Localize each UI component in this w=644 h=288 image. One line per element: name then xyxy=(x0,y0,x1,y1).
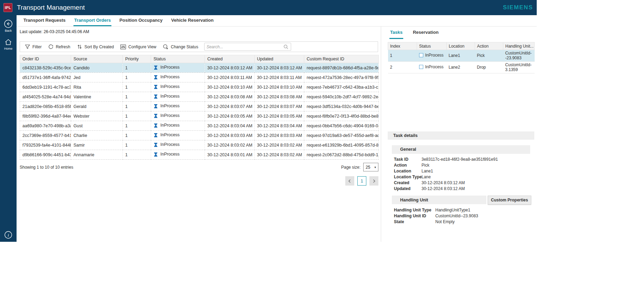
task-row[interactable]: 2 InProcess Lane2 Drop CustomUnitId-3.13… xyxy=(388,61,535,73)
col-location[interactable]: Location xyxy=(447,42,475,50)
cell-status: InProcess xyxy=(151,73,205,82)
search-input[interactable] xyxy=(207,44,283,49)
cell-source: Webster xyxy=(71,111,123,121)
page-size-value: 25 xyxy=(366,165,370,170)
cell-priority: 1 xyxy=(123,131,151,140)
cell-task-status: InProcess xyxy=(417,61,447,73)
change-status-button[interactable]: Change Status xyxy=(159,42,201,52)
cell-order-id: 21ad820e-085b-4518-85f8-f1... xyxy=(20,102,71,111)
change-status-icon xyxy=(162,44,169,50)
table-row[interactable]: 21ad820e-085b-4518-85f8-f1... Gerald 1 I… xyxy=(20,102,379,111)
orders-section: Last update: 26-03-2025 04:45:06 AM Filt… xyxy=(17,27,381,242)
col-task-status[interactable]: Status xyxy=(417,42,447,50)
status-checkbox[interactable] xyxy=(419,53,423,57)
cell-order-id: d9b86166-909c-4451-b432-ff... xyxy=(20,150,71,160)
app-header: IPL Transport Management SIEMENS xyxy=(0,0,537,15)
prev-page-button[interactable] xyxy=(345,176,354,186)
filter-label: Filter xyxy=(32,44,42,49)
col-status[interactable]: Status xyxy=(151,55,205,63)
col-index[interactable]: Index xyxy=(388,42,417,50)
cell-status: InProcess xyxy=(151,131,205,140)
filter-button[interactable]: Filter xyxy=(21,42,45,52)
detail-row-updated: Updated 30-12-2024 8:03:12 AM xyxy=(394,186,537,192)
cell-source: Charlie xyxy=(71,131,123,140)
table-row[interactable]: 6dd3eb19-1191-4c78-ac3c-97... Rita 1 InP… xyxy=(20,82,379,92)
tab-tasks[interactable]: Tasks xyxy=(389,27,403,39)
main-tabbar: Transport Requests Transport Orders Posi… xyxy=(17,15,537,27)
tab-reservation[interactable]: Reservation xyxy=(412,27,439,39)
cell-source: Rita xyxy=(71,82,123,92)
tasks-table: Index Status Location Action Handling Un… xyxy=(388,42,535,73)
status-checkbox[interactable] xyxy=(419,65,423,69)
cell-created: 30-12-2024 8:03:03 AM xyxy=(205,131,255,140)
home-button[interactable]: Home xyxy=(4,38,12,50)
page-1-button[interactable]: 1 xyxy=(357,176,366,186)
cell-request-id: request-8897db1b-686d-4f5a-a28e-9daf79b.… xyxy=(304,63,379,73)
table-row[interactable]: f8b59f82-396d-4a87-94ee-c8... Webster 1 … xyxy=(20,111,379,121)
pagination: 1 xyxy=(20,176,378,186)
ipl-logo: IPL xyxy=(3,3,12,12)
inprocess-hourglass-icon xyxy=(153,65,158,70)
col-created[interactable]: Created xyxy=(205,55,255,63)
col-priority[interactable]: Priority xyxy=(123,55,151,63)
task-row[interactable]: 1 InProcess Lane1 Pick CustomUnitId--23.… xyxy=(388,50,535,62)
tab-transport-orders[interactable]: Transport Orders xyxy=(73,15,111,26)
table-row[interactable]: c8432138-529c-435c-9ce3-0b... Candido 1 … xyxy=(20,63,379,73)
cell-source: Gerald xyxy=(71,102,123,111)
detail-label: Location xyxy=(394,169,422,173)
siemens-logo: SIEMENS xyxy=(503,4,533,11)
back-button[interactable]: Back xyxy=(4,19,13,32)
refresh-button[interactable]: Refresh xyxy=(45,42,73,52)
custom-properties-button[interactable]: Custom Properties xyxy=(488,196,531,205)
tab-vehicle-reservation[interactable]: Vehicle Reservation xyxy=(170,15,214,26)
cell-status: InProcess xyxy=(151,102,205,111)
cell-request-id: request-3df5134a-032c-4d0b-9447-bee3f91.… xyxy=(304,102,379,111)
info-button[interactable]: i xyxy=(0,231,17,239)
col-action[interactable]: Action xyxy=(475,42,503,50)
page-size-select[interactable]: 25 ▾ xyxy=(363,163,378,171)
detail-row-created: Created 30-12-2024 8:03:12 AM xyxy=(394,180,537,186)
status-text: InProcess xyxy=(160,94,180,99)
configure-view-icon xyxy=(120,44,126,50)
col-custom-request-id[interactable]: Custom Request ID xyxy=(304,55,379,63)
search-icon[interactable] xyxy=(283,44,289,50)
table-row[interactable]: d51737e1-36ff-4afa-9742-ddf... Jed 1 InP… xyxy=(20,73,379,82)
sort-by-created-button[interactable]: Sort By Created xyxy=(73,42,117,52)
cell-updated: 30-12-2024 8:03:02 AM xyxy=(255,150,304,160)
detail-value: CustomUnitId--23.9083 xyxy=(435,213,478,218)
status-text: InProcess xyxy=(160,65,180,70)
col-source[interactable]: Source xyxy=(71,55,123,63)
tab-transport-requests[interactable]: Transport Requests xyxy=(23,15,66,26)
orders-table: Order ID Source Priority Status Created … xyxy=(20,55,379,160)
detail-value: 3e83117c-ed18-46f2-9ea8-ae351f891e91 xyxy=(422,157,498,162)
cell-order-id: f7932539-fa4e-4101-844b-24... xyxy=(20,140,71,150)
sort-by-created-label: Sort By Created xyxy=(85,44,114,49)
inprocess-hourglass-icon xyxy=(153,104,158,108)
table-row[interactable]: f7932539-fa4e-4101-844b-24... Samir 1 In… xyxy=(20,140,379,150)
table-row[interactable]: d9b86166-909c-4451-b432-ff... Annamarie … xyxy=(20,150,379,160)
tab-position-occupancy[interactable]: Position Occupancy xyxy=(119,15,163,26)
inprocess-hourglass-icon xyxy=(153,133,158,137)
svg-text:i: i xyxy=(8,232,9,238)
table-footer: Showing 1 to 10 of 10 entries Page size:… xyxy=(20,163,378,171)
detail-row-hu-id: Handling Unit ID CustomUnitId--23.9083 xyxy=(394,213,537,219)
tasks-panel: Tasks Reservation Index Status Location … xyxy=(382,27,537,242)
col-updated[interactable]: Updated xyxy=(255,55,304,63)
detail-label: Created xyxy=(394,180,422,185)
cell-handling-unit: CustomUnitId-3.1359 xyxy=(503,61,535,73)
cell-created: 30-12-2024 8:03:01 AM xyxy=(205,150,255,160)
col-handling-unit[interactable]: Handling Unit... xyxy=(503,42,535,50)
table-row[interactable]: 2cc7369e-8559-4577-b415-5e... Charlie 1 … xyxy=(20,131,379,140)
detail-value: Lane xyxy=(422,175,431,179)
cell-action: Pick xyxy=(475,50,503,62)
col-order-id[interactable]: Order ID xyxy=(20,55,71,63)
cell-source: Annamarie xyxy=(71,150,123,160)
handling-unit-header: Handling Unit xyxy=(392,196,486,204)
configure-view-button[interactable]: Configure View xyxy=(117,42,159,52)
table-row[interactable]: af454025-528e-4a74-94dd-d1... Valentine … xyxy=(20,92,379,102)
table-row[interactable]: aa69a980-7e70-498b-a3ad-9... Gust 1 InPr… xyxy=(20,121,379,131)
cell-created: 30-12-2024 8:03:04 AM xyxy=(205,121,255,131)
home-label: Home xyxy=(4,47,12,50)
detail-value: Lane1 xyxy=(422,169,433,173)
next-page-button[interactable] xyxy=(369,176,378,186)
